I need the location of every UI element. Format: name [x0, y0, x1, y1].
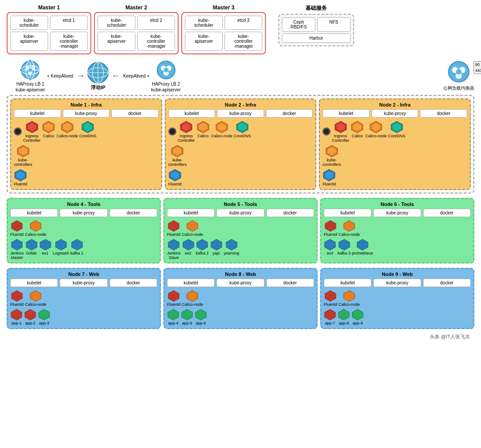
- footer-text: 头条 @IT人张飞洪: [430, 334, 470, 339]
- node-8-services: kubelet kube-proxy docker: [167, 279, 314, 287]
- svg-marker-69: [71, 239, 82, 250]
- node-2-icons2: kube-controllers: [168, 144, 313, 167]
- svg-marker-80: [338, 239, 349, 250]
- infra-ceph: CephRBD/FS: [282, 17, 315, 32]
- node-8-apps: app-4 app-5 app-6: [167, 308, 314, 325]
- node-3-dot: [322, 127, 330, 136]
- svg-point-21: [164, 68, 168, 72]
- node-2-kube-controllers: kube-controllers: [168, 144, 187, 167]
- infra-nfs: NFS: [317, 17, 351, 32]
- node-7-kubelet: kubelet: [10, 279, 58, 287]
- tools-nodes-row: Node 4 - Tools kubelet kube-proxy docker…: [7, 198, 474, 263]
- master-2-box: kube-scheduler etcd 2 kube-apiserver kub…: [94, 12, 179, 54]
- svg-point-6: [29, 78, 32, 80]
- master-2-cell-1: etcd 2: [137, 16, 175, 30]
- svg-marker-74: [197, 239, 208, 250]
- node-9-apps: app-7 app-8 app-9: [324, 308, 471, 325]
- node-4-kubelet: kubelet: [10, 209, 58, 217]
- node-1-infra: Node 1 - Infra kubelet kube-proxy docker…: [10, 99, 162, 190]
- node-7-app1: app-1: [10, 308, 23, 325]
- node-2-calico-node: Calico-node: [211, 120, 232, 138]
- node-2-kube-proxy: kube-proxy: [217, 109, 264, 118]
- master-2-cell-2: kube-apiserver: [98, 32, 135, 51]
- svg-marker-65: [12, 239, 22, 250]
- masters-section: Master 1 kube-scheduler etcd 1 kube-apis…: [7, 4, 474, 54]
- node-6-row2: es3 kafka 3 prometheus: [324, 238, 471, 255]
- node-1-calico: Calico: [42, 120, 55, 138]
- node-5-calico-node: Calico-node: [182, 220, 203, 237]
- keepalived2-text: KeepAlived +: [123, 74, 149, 78]
- node-2-ingress: IngressController: [178, 120, 195, 143]
- node-6-calico-node: Calico-node: [338, 220, 360, 237]
- node-7-services: kubelet kube-proxy docker: [10, 279, 157, 287]
- svg-marker-79: [325, 239, 335, 250]
- master-3-cell-3: kube-controller-manager: [224, 32, 262, 51]
- node-7-web: Node 7 - Web kubelet kube-proxy docker F…: [7, 268, 161, 329]
- node-2-calico: Calico: [196, 120, 210, 138]
- svg-marker-88: [187, 291, 198, 301]
- node-3-services: kubelet kube-proxy docker: [322, 109, 467, 118]
- node-3-fluentd: Fluentd: [322, 169, 467, 186]
- node-3-calico-node: Calico-node: [365, 120, 387, 138]
- masters-group: Master 1 kube-scheduler etcd 1 kube-apis…: [7, 4, 266, 54]
- svg-marker-86: [39, 309, 49, 320]
- svg-marker-95: [338, 309, 349, 320]
- node-4-calico-node: Calico-node: [25, 220, 46, 237]
- haproxy-lb2: HAProxy LB 2kube-apiserver: [151, 59, 181, 93]
- node-1-icons2: kube-controllers: [14, 144, 159, 167]
- svg-marker-66: [26, 239, 37, 250]
- node-8-kubelet: kubelet: [167, 279, 215, 287]
- port-badge: 80443: [473, 61, 481, 74]
- node-9-fluentd: Fluentd: [324, 290, 337, 307]
- node-7-docker: docker: [110, 279, 157, 287]
- node-6-label: Node 6 - Tools: [324, 201, 471, 207]
- master-3-label: Master 3: [181, 4, 266, 11]
- node-8-web: Node 8 - Web kubelet kube-proxy docker F…: [163, 268, 318, 329]
- master-3-cell-0: kube-scheduler: [185, 16, 223, 30]
- node-7-kube-proxy: kube-proxy: [60, 279, 107, 287]
- web-nodes-row: Node 7 - Web kubelet kube-proxy docker F…: [7, 268, 474, 329]
- svg-marker-63: [12, 221, 22, 231]
- node-9-row1: Fluentd Calico-node: [324, 290, 471, 307]
- node-4-gitlab: Gitlab: [25, 238, 38, 260]
- node-8-label: Node 8 - Web: [167, 271, 314, 277]
- public-lb-label: 公网负载均衡器: [443, 85, 474, 91]
- node-5-services: kubelet kube-proxy docker: [167, 209, 314, 217]
- node-4-tools: Node 4 - Tools kubelet kube-proxy docker…: [7, 198, 161, 263]
- node-7-fluentd: Fluentd: [10, 290, 24, 307]
- node-5-yapi: yapi: [210, 238, 223, 260]
- node-5-kubelet: kubelet: [167, 209, 215, 217]
- svg-marker-96: [352, 309, 363, 320]
- node-9-app8: app-8: [338, 308, 350, 325]
- node-5-row2: JenkinsSlave es2 kafka 2 yapi yearning: [167, 238, 314, 260]
- node-3-kubelet: kubelet: [322, 109, 370, 118]
- node-9-web: Node 9 - Web kubelet kube-proxy docker F…: [320, 268, 474, 329]
- svg-marker-68: [56, 239, 66, 250]
- public-lb: 80443 公网负载均衡器: [443, 60, 474, 91]
- floating-ip: 浮动IP: [86, 61, 110, 91]
- master-2-cell-3: kube-controller-manager: [137, 32, 175, 51]
- svg-marker-94: [325, 309, 335, 320]
- node-4-kafka: kafka 1: [70, 238, 83, 260]
- master-3-box: kube-scheduler etcd 3 kube-apiserver kub…: [181, 12, 266, 54]
- node-6-row1: Fluentd Calico-node: [324, 220, 471, 237]
- node-5-kafka: kafka 2: [196, 238, 209, 260]
- svg-marker-92: [325, 291, 336, 301]
- master-1-cell-2: kube-apiserver: [10, 32, 48, 51]
- node-9-kubelet: kubelet: [324, 279, 371, 287]
- node-5-docker: docker: [266, 209, 314, 217]
- node-7-row1: Fluentd Calico-node: [10, 290, 157, 307]
- node-1-coredns: CoreDNS: [79, 120, 97, 138]
- svg-marker-89: [168, 309, 179, 320]
- globe-icon: [86, 61, 110, 84]
- node-8-app5: app-5: [181, 308, 193, 325]
- node-2-label: Node 2 - Infra: [168, 102, 313, 107]
- node-9-services: kubelet kube-proxy docker: [324, 279, 471, 287]
- node-4-row1: Fluentd Calico-node: [10, 220, 157, 237]
- node-5-kube-proxy: kube-proxy: [216, 209, 264, 217]
- ha-row: HAProxy LB 1kube-apiserver + KeepAlived …: [7, 59, 474, 93]
- node-9-app7: app-7: [324, 308, 336, 325]
- infra-service-box: CephRBD/FS NFS Harbor: [278, 14, 354, 46]
- node-4-label: Node 4 - Tools: [10, 201, 157, 207]
- svg-marker-81: [357, 239, 368, 250]
